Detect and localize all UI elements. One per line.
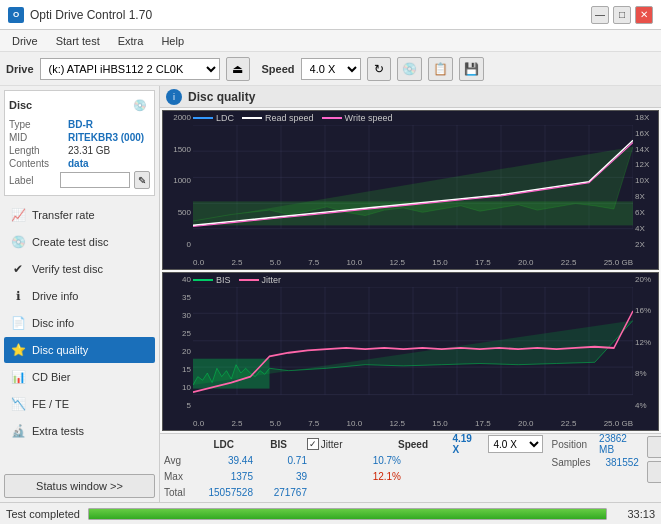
samples-label: Samples <box>551 457 601 468</box>
sidebar-item-extra-tests[interactable]: 🔬 Extra tests <box>4 418 155 444</box>
speed-label: Speed <box>262 63 295 75</box>
sidebar-item-disc-quality[interactable]: ⭐ Disc quality <box>4 337 155 363</box>
sidebar-item-create-test-disc[interactable]: 💿 Create test disc <box>4 229 155 255</box>
sidebar-item-fe-te[interactable]: 📉 FE / TE <box>4 391 155 417</box>
stats-avg-ldc: 39.44 <box>198 455 253 466</box>
disc-type-value: BD-R <box>68 119 93 130</box>
charts-area: LDC Read speed Write speed 2000 1500 1 <box>160 108 661 433</box>
yaxis-right-label: 4% <box>635 401 647 410</box>
stats-max-label: Max <box>164 471 194 482</box>
sidebar-item-label: Verify test disc <box>32 263 103 275</box>
yaxis-label: 10 <box>182 383 191 392</box>
extra-tests-icon: 🔬 <box>10 423 26 439</box>
xaxis-label: 25.0 GB <box>604 419 633 428</box>
menu-bar: Drive Start test Extra Help <box>0 30 661 52</box>
xaxis-label: 0.0 <box>193 419 204 428</box>
disc-contents-label: Contents <box>9 158 64 169</box>
sidebar-item-drive-info[interactable]: ℹ Drive info <box>4 283 155 309</box>
status-window-button[interactable]: Status window >> <box>4 474 155 498</box>
create-test-disc-icon: 💿 <box>10 234 26 250</box>
jitter-checkbox[interactable]: ✓ <box>307 438 319 450</box>
xaxis-label: 7.5 <box>308 419 319 428</box>
chart2-plot <box>193 287 633 413</box>
legend-jitter-label: Jitter <box>262 275 282 285</box>
yaxis-label: 15 <box>182 365 191 374</box>
yaxis-right-label: 10X <box>635 176 649 185</box>
app-icon: O <box>8 7 24 23</box>
speed-quality-select[interactable]: 4.0 X <box>488 435 543 453</box>
chart1-yaxis-right: 18X 16X 14X 12X 10X 8X 6X 4X 2X <box>633 111 658 249</box>
disc-quality-header: i Disc quality <box>160 86 661 108</box>
status-text: Test completed <box>6 508 80 520</box>
disc-quality-title: Disc quality <box>188 90 255 104</box>
cd-bier-icon: 📊 <box>10 369 26 385</box>
save-button[interactable]: 💾 <box>459 57 484 81</box>
yaxis-right-label: 16% <box>635 306 651 315</box>
yaxis-right-label: 2X <box>635 240 645 249</box>
menu-start-test[interactable]: Start test <box>48 33 108 49</box>
xaxis-label: 22.5 <box>561 419 577 428</box>
minimize-button[interactable]: — <box>591 6 609 24</box>
stats-ldc-header: LDC <box>197 439 250 450</box>
yaxis-label: 2000 <box>173 113 191 122</box>
yaxis-label: 1000 <box>173 176 191 185</box>
disc-quality-icon: ⭐ <box>10 342 26 358</box>
disc-button[interactable]: 💿 <box>397 57 422 81</box>
title-bar: O Opti Drive Control 1.70 — □ ✕ <box>0 0 661 30</box>
stats-area: LDC BIS ✓ Jitter Speed 4.19 X 4.0 X Avg … <box>160 433 661 502</box>
stats-table: LDC BIS ✓ Jitter Speed 4.19 X 4.0 X Avg … <box>164 436 543 500</box>
xaxis-label: 25.0 GB <box>604 258 633 267</box>
start-full-button[interactable]: Start full <box>647 436 661 458</box>
chart2-xaxis: 0.0 2.5 5.0 7.5 10.0 12.5 15.0 17.5 20.0… <box>193 419 633 428</box>
jitter-checkbox-row: ✓ Jitter <box>307 438 394 450</box>
legend-read: Read speed <box>242 113 314 123</box>
samples-value: 381552 <box>605 457 638 468</box>
yaxis-right-label: 20% <box>635 275 651 284</box>
disc-label-btn[interactable]: ✎ <box>134 171 150 189</box>
drive-select[interactable]: (k:) ATAPI iHBS112 2 CL0K <box>40 58 220 80</box>
verify-test-disc-icon: ✔ <box>10 261 26 277</box>
disc-label-input[interactable] <box>60 172 130 188</box>
disc-length-label: Length <box>9 145 64 156</box>
xaxis-label: 15.0 <box>432 258 448 267</box>
position-row: Position 23862 MB <box>551 436 638 452</box>
xaxis-label: 20.0 <box>518 419 534 428</box>
sidebar-item-verify-test-disc[interactable]: ✔ Verify test disc <box>4 256 155 282</box>
xaxis-label: 17.5 <box>475 419 491 428</box>
menu-help[interactable]: Help <box>153 33 192 49</box>
yaxis-label: 40 <box>182 275 191 284</box>
xaxis-label: 20.0 <box>518 258 534 267</box>
stats-max-row: Max 1375 39 12.1% <box>164 468 543 484</box>
eject-button[interactable]: ⏏ <box>226 57 250 81</box>
close-button[interactable]: ✕ <box>635 6 653 24</box>
xaxis-label: 10.0 <box>347 419 363 428</box>
chart1-xaxis: 0.0 2.5 5.0 7.5 10.0 12.5 15.0 17.5 20.0… <box>193 258 633 267</box>
menu-extra[interactable]: Extra <box>110 33 152 49</box>
doc-button[interactable]: 📋 <box>428 57 453 81</box>
disc-label-row: Label ✎ <box>9 171 150 189</box>
sidebar-item-transfer-rate[interactable]: 📈 Transfer rate <box>4 202 155 228</box>
chart1-legend: LDC Read speed Write speed <box>193 113 392 123</box>
xaxis-label: 15.0 <box>432 419 448 428</box>
disc-info-icon: 📄 <box>10 315 26 331</box>
stats-speed-value: 4.19 X <box>452 433 480 455</box>
maximize-button[interactable]: □ <box>613 6 631 24</box>
legend-ldc: LDC <box>193 113 234 123</box>
menu-drive[interactable]: Drive <box>4 33 46 49</box>
disc-length-value: 23.31 GB <box>68 145 110 156</box>
yaxis-label: 35 <box>182 293 191 302</box>
start-part-button[interactable]: Start part <box>647 461 661 483</box>
speed-select[interactable]: 4.0 X <box>301 58 361 80</box>
sidebar-item-cd-bier[interactable]: 📊 CD Bier <box>4 364 155 390</box>
disc-contents-row: Contents data <box>9 158 150 169</box>
sidebar-item-label: FE / TE <box>32 398 69 410</box>
disc-type-label: Type <box>9 119 64 130</box>
sidebar-item-disc-info[interactable]: 📄 Disc info <box>4 310 155 336</box>
toolbar: Drive (k:) ATAPI iHBS112 2 CL0K ⏏ Speed … <box>0 52 661 86</box>
yaxis-label: 30 <box>182 311 191 320</box>
refresh-button[interactable]: ↻ <box>367 57 391 81</box>
stats-header-row: LDC BIS ✓ Jitter Speed 4.19 X 4.0 X <box>164 436 543 452</box>
title-controls[interactable]: — □ ✕ <box>591 6 653 24</box>
chart-ldc: LDC Read speed Write speed 2000 1500 1 <box>162 110 659 270</box>
progress-bar <box>88 508 607 520</box>
